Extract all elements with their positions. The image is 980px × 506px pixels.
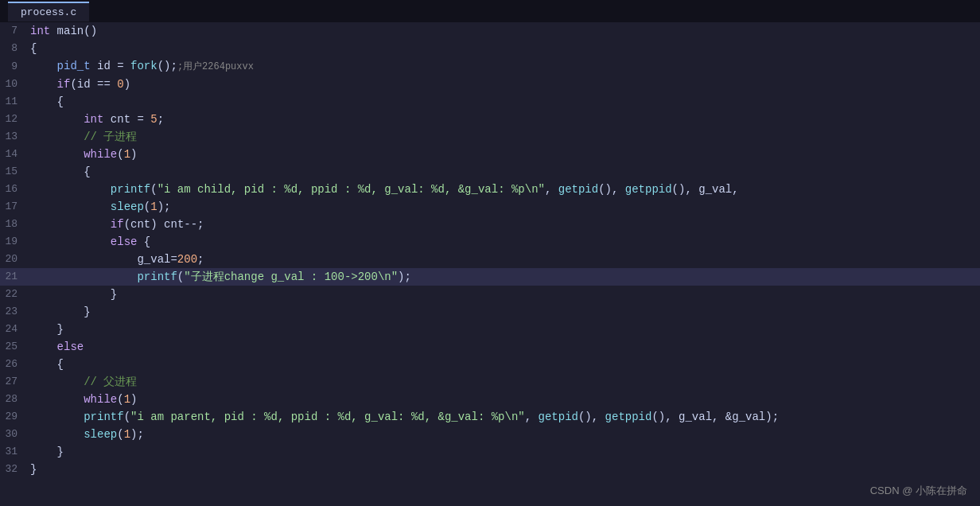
code-line: 25 else bbox=[0, 338, 980, 356]
code-line: 17 sleep(1); bbox=[0, 198, 980, 216]
code-line: 10 if(id == 0) bbox=[0, 76, 980, 93]
line-number: 14 bbox=[0, 146, 24, 163]
code-line: 23 } bbox=[0, 303, 980, 321]
line-number: 26 bbox=[0, 356, 24, 373]
line-number: 23 bbox=[0, 303, 24, 321]
code-line: 8{ bbox=[0, 40, 980, 57]
line-content: g_val=200; bbox=[24, 251, 204, 268]
code-block: 7int main()8{9 pid_t id = fork();;用户2264… bbox=[0, 22, 980, 478]
code-line: 27 // 父进程 bbox=[0, 373, 980, 391]
line-content: } bbox=[24, 443, 64, 461]
line-content: else bbox=[24, 338, 84, 356]
line-number: 12 bbox=[0, 111, 24, 128]
line-content: { bbox=[24, 93, 64, 111]
line-number: 15 bbox=[0, 163, 24, 181]
code-editor: process.c 7int main()8{9 pid_t id = fork… bbox=[0, 0, 980, 506]
line-content: } bbox=[24, 461, 37, 478]
code-line: 32} bbox=[0, 461, 980, 478]
line-content: pid_t id = fork();;用户2264puxvx bbox=[24, 57, 254, 76]
code-line: 31 } bbox=[0, 443, 980, 461]
code-line: 14 while(1) bbox=[0, 146, 980, 163]
line-number: 31 bbox=[0, 443, 24, 461]
line-content: int cnt = 5; bbox=[24, 111, 164, 128]
line-content: { bbox=[24, 163, 91, 181]
line-content: { bbox=[24, 356, 64, 373]
line-content: } bbox=[24, 321, 64, 338]
line-number: 8 bbox=[0, 40, 24, 57]
line-content: else { bbox=[24, 233, 150, 251]
line-content: if(id == 0) bbox=[24, 76, 130, 93]
line-number: 10 bbox=[0, 76, 24, 93]
code-line: 30 sleep(1); bbox=[0, 426, 980, 443]
line-content: } bbox=[24, 303, 91, 321]
line-content: sleep(1); bbox=[24, 198, 170, 216]
line-number: 11 bbox=[0, 93, 24, 111]
code-line: 9 pid_t id = fork();;用户2264puxvx bbox=[0, 57, 980, 76]
line-number: 17 bbox=[0, 198, 24, 216]
code-line: 18 if(cnt) cnt--; bbox=[0, 216, 980, 233]
line-content: int main() bbox=[24, 22, 97, 40]
line-content: printf("i am child, pid : %d, ppid : %d,… bbox=[24, 181, 739, 198]
watermark: CSDN @ 小陈在拼命 bbox=[870, 484, 967, 498]
line-number: 28 bbox=[0, 391, 24, 408]
line-number: 32 bbox=[0, 461, 24, 478]
line-content: while(1) bbox=[24, 391, 137, 408]
line-content: { bbox=[24, 40, 37, 57]
top-bar: process.c bbox=[0, 0, 980, 22]
code-line: 29 printf("i am parent, pid : %d, ppid :… bbox=[0, 408, 980, 426]
code-line: 7int main() bbox=[0, 22, 980, 40]
line-number: 30 bbox=[0, 426, 24, 443]
code-line: 16 printf("i am child, pid : %d, ppid : … bbox=[0, 181, 980, 198]
line-content: // 子进程 bbox=[24, 128, 137, 146]
code-line: 11 { bbox=[0, 93, 980, 111]
code-line: 12 int cnt = 5; bbox=[0, 111, 980, 128]
line-number: 25 bbox=[0, 338, 24, 356]
code-line: 20 g_val=200; bbox=[0, 251, 980, 268]
line-number: 27 bbox=[0, 373, 24, 391]
code-line: 24 } bbox=[0, 321, 980, 338]
line-content: printf("子进程change g_val : 100->200\n"); bbox=[24, 268, 411, 286]
code-line: 13 // 子进程 bbox=[0, 128, 980, 146]
line-number: 7 bbox=[0, 22, 24, 40]
line-number: 29 bbox=[0, 408, 24, 426]
line-number: 16 bbox=[0, 181, 24, 198]
line-number: 22 bbox=[0, 286, 24, 303]
line-content: // 父进程 bbox=[24, 373, 137, 391]
line-content: printf("i am parent, pid : %d, ppid : %d… bbox=[24, 408, 779, 426]
code-line: 21 printf("子进程change g_val : 100->200\n"… bbox=[0, 268, 980, 286]
line-number: 24 bbox=[0, 321, 24, 338]
line-number: 20 bbox=[0, 251, 24, 268]
line-number: 21 bbox=[0, 268, 24, 286]
line-number: 9 bbox=[0, 58, 24, 76]
line-content: sleep(1); bbox=[24, 426, 144, 443]
code-line: 15 { bbox=[0, 163, 980, 181]
code-line: 26 { bbox=[0, 356, 980, 373]
line-number: 18 bbox=[0, 216, 24, 233]
code-line: 22 } bbox=[0, 286, 980, 303]
line-number: 13 bbox=[0, 128, 24, 146]
line-content: if(cnt) cnt--; bbox=[24, 216, 204, 233]
line-content: while(1) bbox=[24, 146, 137, 163]
line-content: } bbox=[24, 286, 117, 303]
line-number: 19 bbox=[0, 233, 24, 251]
editor-tab[interactable]: process.c bbox=[8, 2, 89, 21]
code-line: 28 while(1) bbox=[0, 391, 980, 408]
code-line: 19 else { bbox=[0, 233, 980, 251]
